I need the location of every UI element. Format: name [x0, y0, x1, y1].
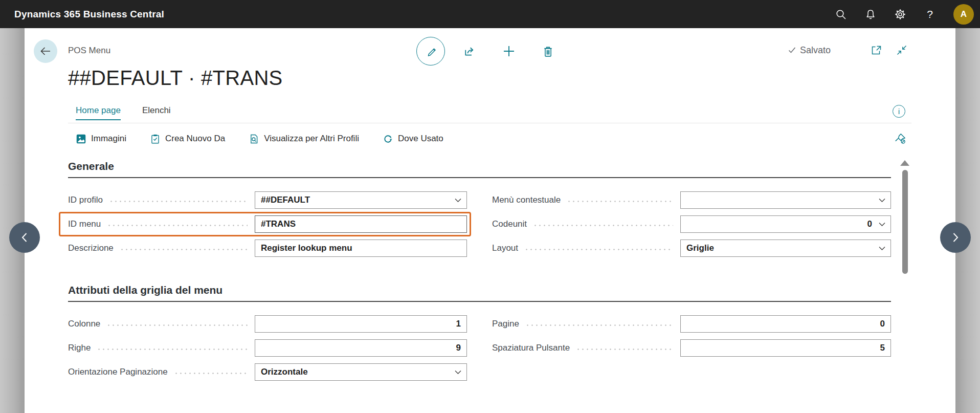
avatar-initial: A: [961, 9, 967, 19]
section-rule: [68, 301, 891, 302]
orientazione-paginazione-input[interactable]: [255, 363, 467, 381]
command-icons: [416, 37, 555, 66]
chevron-left-icon: [19, 231, 30, 244]
action-crea-nuovo-da[interactable]: Crea Nuovo Da: [150, 134, 225, 144]
action-visualizza-per-altri-profili[interactable]: Visualizza per Altri Profili: [249, 134, 359, 144]
field-label: Pagine: [492, 319, 519, 329]
delete-button[interactable]: [540, 44, 555, 59]
righe-input[interactable]: [255, 339, 467, 357]
tab-divider: [68, 123, 911, 123]
tab-home-page[interactable]: Home page: [76, 105, 121, 120]
notifications-bell-icon[interactable]: [864, 8, 877, 20]
settings-gear-icon[interactable]: [894, 8, 906, 20]
field-row-menu-contestuale: Menù contestuale: [492, 191, 891, 209]
field-row-id-menu: ID menu: [68, 215, 467, 233]
next-record-button[interactable]: [940, 222, 971, 253]
field-label: Spaziatura Pulsante: [492, 343, 570, 353]
section-rule: [68, 177, 891, 178]
action-label: Immagini: [91, 134, 126, 144]
help-icon[interactable]: ?: [924, 8, 936, 20]
scrollbar-up-arrow-icon[interactable]: [900, 160, 909, 166]
unpin-icon[interactable]: [893, 132, 907, 146]
tab-elenchi[interactable]: Elenchi: [142, 105, 171, 120]
popout-icon: [870, 44, 882, 56]
layout-input[interactable]: [680, 240, 891, 257]
collapse-arrows-icon: [896, 44, 908, 56]
field-label: ID profilo: [68, 195, 103, 205]
page-title: ##DEFAULT · #TRANS: [68, 67, 283, 90]
action-dove-usato[interactable]: Dove Usato: [383, 134, 443, 144]
action-label: Crea Nuovo Da: [165, 134, 225, 144]
descrizione-input[interactable]: [255, 240, 467, 257]
app-title[interactable]: Dynamics 365 Business Central: [14, 9, 164, 20]
where-used-icon: [383, 134, 393, 144]
field-label: Righe: [68, 343, 91, 353]
dotted-leader: [524, 249, 673, 250]
field-row-colonne: Colonne: [68, 315, 467, 333]
form-area: Generale ID profilo ID menu: [68, 160, 891, 387]
right-rail: [955, 28, 980, 413]
plus-icon: [501, 44, 517, 59]
save-status: Salvato: [788, 45, 831, 56]
save-status-text: Salvato: [800, 45, 831, 56]
collapse-button[interactable]: [895, 44, 908, 57]
image-icon: [76, 134, 86, 144]
codeunit-input[interactable]: [680, 215, 891, 233]
previous-record-button[interactable]: [9, 222, 40, 253]
field-label: ID menu: [68, 219, 101, 229]
field-row-descrizione: Descrizione: [68, 240, 467, 257]
check-icon: [788, 46, 796, 54]
share-icon: [463, 44, 477, 58]
share-button[interactable]: [462, 44, 478, 59]
dotted-leader: [97, 349, 248, 350]
id-profilo-input[interactable]: [255, 191, 467, 209]
dotted-leader: [533, 225, 673, 226]
spaziatura-pulsante-input[interactable]: [680, 339, 891, 357]
search-icon[interactable]: [835, 8, 847, 20]
field-row-spaziatura-pulsante: Spaziatura Pulsante: [492, 339, 891, 357]
scrollbar-thumb[interactable]: [902, 170, 908, 274]
field-row-orientazione: Orientazione Paginazione: [68, 363, 467, 381]
field-row-codeunit: Codeunit: [492, 215, 891, 233]
page-caption: POS Menu: [68, 46, 110, 56]
chevron-right-icon: [950, 231, 961, 244]
dotted-leader: [567, 201, 673, 202]
field-label: Orientazione Paginazione: [68, 367, 168, 377]
new-button[interactable]: [501, 44, 517, 59]
edit-button[interactable]: [416, 37, 445, 66]
field-row-id-profilo: ID profilo: [68, 191, 467, 209]
field-label: Descrizione: [68, 243, 114, 253]
back-arrow-icon: [39, 45, 52, 58]
dotted-leader: [120, 249, 248, 250]
colonne-input[interactable]: [255, 315, 467, 333]
action-label: Dove Usato: [398, 134, 443, 144]
field-row-layout: Layout: [492, 240, 891, 257]
field-label: Layout: [492, 243, 518, 253]
section-title-attributi: Attributi della griglia del menu: [68, 284, 891, 296]
field-label: Menù contestuale: [492, 195, 561, 205]
tab-strip: Home page Elenchi: [76, 105, 171, 120]
section-title-generale: Generale: [68, 160, 891, 172]
dotted-leader: [106, 324, 248, 326]
info-icon[interactable]: i: [893, 105, 905, 118]
back-button[interactable]: [34, 39, 57, 63]
id-menu-input[interactable]: [255, 215, 467, 233]
action-label: Visualizza per Altri Profili: [264, 134, 359, 144]
document-search-icon: [249, 134, 259, 144]
field-row-pagine: Pagine: [492, 315, 891, 333]
pagine-input[interactable]: [680, 315, 891, 333]
dotted-leader: [107, 225, 248, 226]
dotted-leader: [525, 324, 673, 326]
open-in-new-window-button[interactable]: [870, 44, 883, 57]
dotted-leader: [109, 201, 248, 202]
pencil-icon: [424, 45, 437, 58]
avatar[interactable]: A: [953, 4, 974, 25]
trash-icon: [541, 45, 555, 58]
save-area: Salvato: [788, 44, 908, 57]
field-label: Colonne: [68, 319, 100, 329]
action-immagini[interactable]: Immagini: [76, 134, 126, 144]
field-label: Codeunit: [492, 219, 527, 229]
dotted-leader: [576, 349, 673, 350]
topbar-icons: ? A: [835, 4, 974, 25]
menu-contestuale-input[interactable]: [680, 191, 891, 209]
